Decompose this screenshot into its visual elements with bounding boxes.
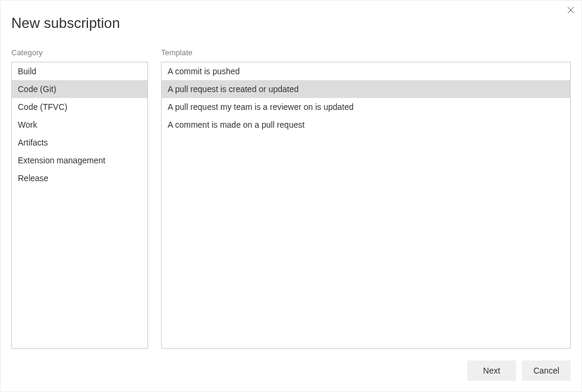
close-icon bbox=[567, 7, 574, 14]
new-subscription-dialog: New subscription Category BuildCode (Git… bbox=[0, 0, 582, 392]
columns: Category BuildCode (Git)Code (TFVC)WorkA… bbox=[11, 48, 571, 349]
template-item[interactable]: A pull request is created or updated bbox=[162, 80, 570, 98]
template-item[interactable]: A pull request my team is a reviewer on … bbox=[162, 98, 570, 116]
category-label: Category bbox=[11, 48, 148, 57]
category-item[interactable]: Build bbox=[12, 62, 147, 80]
template-column: Template A commit is pushedA pull reques… bbox=[161, 48, 571, 349]
category-item[interactable]: Code (Git) bbox=[12, 80, 147, 98]
template-listbox[interactable]: A commit is pushedA pull request is crea… bbox=[161, 62, 571, 349]
dialog-title: New subscription bbox=[11, 15, 571, 31]
close-button[interactable] bbox=[565, 4, 577, 16]
category-column: Category BuildCode (Git)Code (TFVC)WorkA… bbox=[11, 48, 148, 349]
template-item[interactable]: A commit is pushed bbox=[162, 62, 570, 80]
template-label: Template bbox=[161, 48, 571, 57]
category-item[interactable]: Artifacts bbox=[12, 134, 147, 151]
category-item[interactable]: Release bbox=[12, 169, 147, 187]
template-item[interactable]: A comment is made on a pull request bbox=[162, 116, 570, 134]
category-listbox[interactable]: BuildCode (Git)Code (TFVC)WorkArtifactsE… bbox=[11, 62, 148, 349]
next-button[interactable]: Next bbox=[467, 361, 516, 381]
cancel-button[interactable]: Cancel bbox=[522, 361, 571, 381]
dialog-footer: Next Cancel bbox=[11, 349, 571, 391]
category-item[interactable]: Extension management bbox=[12, 151, 147, 169]
category-item[interactable]: Code (TFVC) bbox=[12, 98, 147, 116]
category-item[interactable]: Work bbox=[12, 116, 147, 134]
